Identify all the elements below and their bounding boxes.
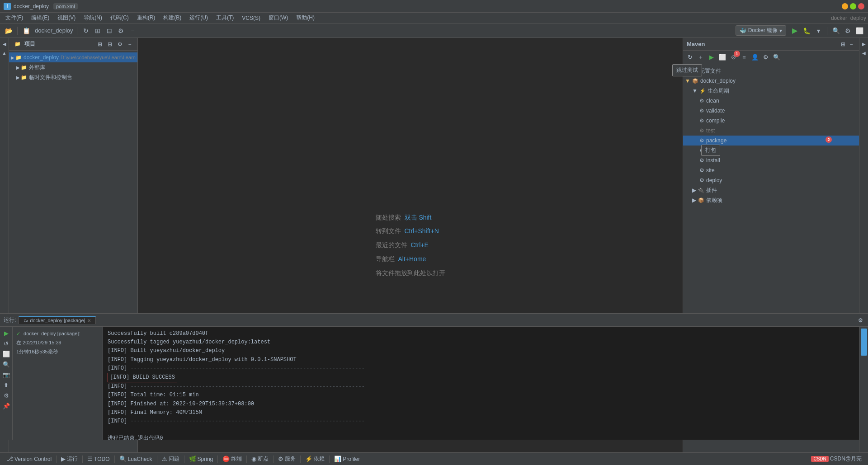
menu-navigate[interactable]: 导航(N) [80, 13, 106, 23]
bl-pin-btn[interactable]: 📌 [2, 401, 11, 410]
bl-rerun-btn[interactable]: ↺ [2, 339, 11, 348]
status-todo[interactable]: ☰ TODO [85, 453, 112, 465]
menu-view[interactable]: 视图(V) [54, 13, 79, 23]
menu-code[interactable]: 代码(C) [107, 13, 132, 23]
status-breakpoints[interactable]: ◉ 断点 [249, 453, 271, 465]
status-luacheck[interactable]: 🔍 LuaCheck [117, 453, 155, 465]
panel-close-btn[interactable]: − [126, 40, 134, 48]
menu-file[interactable]: 文件(F) [2, 13, 27, 23]
left-icon-2[interactable]: ▲ [0, 49, 9, 57]
panel-collapse-all-btn[interactable]: ⊟ [106, 40, 114, 48]
panel-settings-btn[interactable]: ⚙ [116, 40, 124, 48]
run-tab-close[interactable]: ✕ [87, 318, 91, 323]
menu-edit[interactable]: 编辑(E) [28, 13, 53, 23]
menu-build[interactable]: 构建(B) [160, 13, 185, 23]
bl-settings2-btn[interactable]: ⚙ [2, 391, 11, 400]
csdn-badge: CSDN [811, 456, 828, 462]
console-output: Successfully built c289a07d040f Successf… [103, 327, 859, 440]
run-tab[interactable]: 🗂 docker_deploy [package] ✕ [19, 316, 95, 324]
status-run[interactable]: ▶ 运行 [58, 453, 80, 465]
toolbar-search-btn[interactable]: 🔍 [831, 26, 841, 36]
dependencies-icon: ⚡ [305, 456, 312, 462]
maven-lifecycle-node[interactable]: ▼ ⚡ 生命周期 [683, 86, 859, 96]
status-problems[interactable]: ⚠ 问题 [159, 453, 182, 465]
right-icon-2[interactable]: ◀ [860, 49, 868, 57]
maven-phase-deploy[interactable]: ⚙ deploy [683, 175, 859, 185]
maven-phase-site[interactable]: ⚙ site [683, 165, 859, 175]
bl-stop-btn[interactable]: ⬜ [2, 349, 11, 358]
maven-dependencies-node[interactable]: ▶ 📦 依赖项 [683, 195, 859, 205]
tree-item-root[interactable]: ▶ 📁 docker_deploy D:\yue\codebase\yue\Le… [9, 52, 137, 62]
toolbar-sync-btn[interactable]: ↻ [81, 26, 91, 36]
maven-phase-install[interactable]: ⚙ install [683, 155, 859, 165]
maven-phase-package[interactable]: ⚙ package 2 打包 [683, 136, 859, 146]
maven-more-btn[interactable]: ≡ [739, 52, 749, 62]
left-icon-1[interactable]: ◀ [0, 40, 9, 48]
run-config-dropdown[interactable]: 🐳 Docker 镜像 ▾ [736, 25, 786, 36]
project-panel-title: 项目 [24, 40, 94, 48]
menu-window[interactable]: 窗口(W) [265, 13, 292, 23]
bl-run-btn[interactable]: ▶ [2, 329, 11, 338]
right-icon-1[interactable]: ▶ [860, 40, 868, 48]
toolbar-settings-btn[interactable]: ⚙ [116, 26, 126, 36]
tree-item-scratch[interactable]: ▶ 📁 临时文件和控制台 [9, 72, 137, 82]
maven-run-btn[interactable]: ▶ [707, 52, 717, 62]
maven-profile-btn[interactable]: 👤 [750, 52, 760, 62]
maven-phase-test[interactable]: ⚙ test [683, 126, 859, 136]
maven-phase-validate[interactable]: ⚙ validate [683, 106, 859, 116]
tree-item-external-libs[interactable]: ▶ 📁 外部库 [9, 62, 137, 72]
toolbar-settings2-btn[interactable]: ⚙ [843, 26, 853, 36]
maven-phase-clean[interactable]: ⚙ clean [683, 96, 859, 106]
maven-stop-btn[interactable]: ⬜ [717, 52, 727, 62]
bottom-panel-settings-btn[interactable]: ⚙ [856, 316, 864, 324]
scrollbar-thumb[interactable] [861, 329, 867, 356]
run-info-project: ✓ docker_deploy [package]: [16, 329, 99, 338]
menu-run[interactable]: 运行(U) [186, 13, 212, 23]
menu-refactor[interactable]: 重构(R) [133, 13, 159, 23]
maven-close-btn[interactable]: − [847, 40, 855, 48]
toolbar-project-icon[interactable]: 📋 [21, 26, 31, 36]
toolbar-debug-btn[interactable]: 🐛 [802, 26, 811, 36]
bl-up-btn[interactable]: ⬆ [2, 380, 11, 390]
toolbar-run-btn[interactable]: ▶ [790, 26, 800, 36]
toolbar-layout-btn[interactable]: ⊟ [104, 26, 114, 36]
status-spring[interactable]: 🌿 Spring [186, 453, 216, 465]
maven-filter-btn[interactable]: 🔍 [772, 52, 782, 62]
console-line-5: [INFO] ---------------------------------… [108, 364, 854, 373]
minimize-button[interactable] [842, 3, 848, 9]
bl-screenshot-btn[interactable]: 📷 [2, 370, 11, 379]
version-control-label: Version Control [14, 456, 52, 462]
panel-expand-all-btn[interactable]: ⊞ [96, 40, 104, 48]
toolbar-open-btn[interactable]: 📂 [4, 26, 14, 36]
status-services[interactable]: ⚙ 服务 [275, 453, 298, 465]
console-line-9: [INFO] Finished at: 2022-10-29T15:39:37+… [108, 400, 854, 409]
menu-help[interactable]: 帮助(H) [292, 13, 318, 23]
run-status-label: 运行 [67, 455, 78, 463]
toolbar-structure-btn[interactable]: ⊞ [93, 26, 103, 36]
status-terminal[interactable]: ⛔ 终端 [220, 453, 245, 465]
menu-tools[interactable]: 工具(T) [212, 13, 237, 23]
toolbar-minus-btn[interactable]: − [128, 26, 138, 36]
toolbar-expand-btn[interactable]: ⬜ [854, 26, 864, 36]
maven-plugins-node[interactable]: ▶ 🔌 插件 [683, 185, 859, 195]
status-dependencies[interactable]: ⚡ 依赖 [302, 453, 327, 465]
maven-config-files[interactable]: ▶ 📁 配置文件 [683, 66, 859, 76]
maven-project-node[interactable]: ▼ 📦 docker_deploy [683, 76, 859, 86]
title-tab[interactable]: pom.xml [53, 3, 78, 9]
status-profiler[interactable]: 📊 Profiler [331, 453, 363, 465]
bl-filter-btn[interactable]: 🔍 [2, 360, 11, 369]
maven-skip-tests-btn[interactable]: ⊘ 1 跳过测试 [728, 52, 738, 62]
skip-tests-tooltip: 跳过测试 [672, 64, 702, 76]
toolbar-more-run-btn[interactable]: ▾ [813, 26, 823, 36]
maven-expand-btn[interactable]: ⊞ [839, 40, 847, 48]
maven-add-btn[interactable]: + [696, 52, 706, 62]
maven-settings-btn[interactable]: ⚙ [761, 52, 771, 62]
maven-reload-btn[interactable]: ↻ [685, 52, 695, 62]
close-button[interactable] [858, 3, 864, 9]
run-config-label: Docker 镜像 [748, 27, 778, 34]
status-version-control[interactable]: ⎇ Version Control [4, 453, 54, 465]
menu-vcs[interactable]: VCS(S) [238, 14, 264, 22]
maximize-button[interactable] [850, 3, 856, 9]
maven-phase-compile[interactable]: ⚙ compile [683, 116, 859, 126]
status-csdn[interactable]: CSDN CSDN@月亮 [808, 453, 864, 465]
